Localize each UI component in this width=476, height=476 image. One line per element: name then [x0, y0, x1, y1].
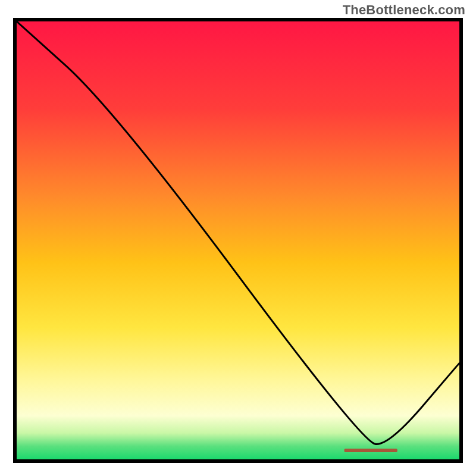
chart-curve: [17, 21, 459, 459]
chart-stage: TheBottleneck.com: [0, 0, 476, 476]
watermark-text: TheBottleneck.com: [343, 2, 465, 18]
plot-frame: [13, 18, 463, 463]
legend-marker: [345, 449, 397, 452]
